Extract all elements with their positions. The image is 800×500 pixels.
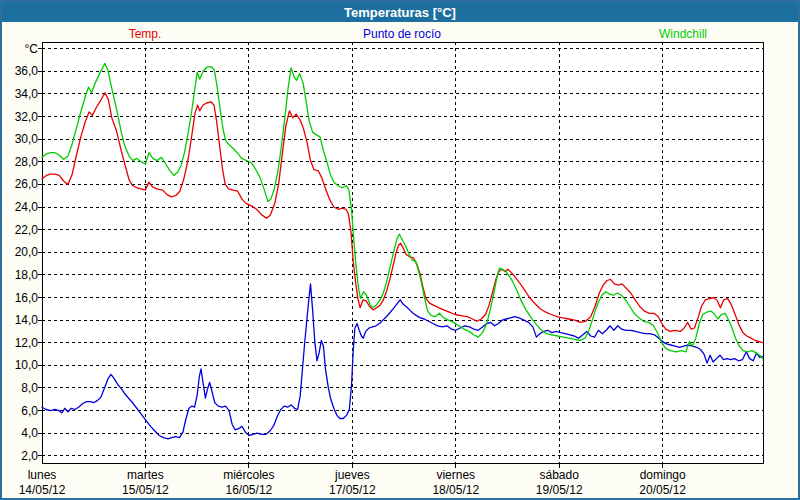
y-tick-label: 36,0 bbox=[15, 64, 39, 78]
x-day-name-label: lunes bbox=[28, 468, 57, 482]
y-tick-label: 4,0 bbox=[21, 426, 38, 440]
y-tick-label: 12,0 bbox=[15, 336, 39, 350]
temperature-chart: 2,04,06,08,010,012,014,016,018,020,022,0… bbox=[2, 2, 800, 500]
x-day-name-label: sábado bbox=[540, 468, 580, 482]
x-day-name-label: martes bbox=[127, 468, 164, 482]
y-tick-label: 18,0 bbox=[15, 268, 39, 282]
x-day-date-label: 16/05/12 bbox=[226, 483, 273, 497]
y-tick-label: 14,0 bbox=[15, 313, 39, 327]
x-day-date-label: 14/05/12 bbox=[19, 483, 66, 497]
y-tick-label: 26,0 bbox=[15, 177, 39, 191]
y-tick-label: 34,0 bbox=[15, 87, 39, 101]
x-day-date-label: 19/05/12 bbox=[536, 483, 583, 497]
x-day-name-label: jueves bbox=[334, 468, 370, 482]
x-day-date-label: 18/05/12 bbox=[432, 483, 479, 497]
x-day-date-label: 20/05/12 bbox=[639, 483, 686, 497]
y-tick-label: 2,0 bbox=[21, 449, 38, 463]
y-tick-label: 20,0 bbox=[15, 245, 39, 259]
x-day-name-label: viernes bbox=[436, 468, 475, 482]
y-tick-label: 8,0 bbox=[21, 381, 38, 395]
y-tick-label: 32,0 bbox=[15, 110, 39, 124]
y-tick-label: 6,0 bbox=[21, 404, 38, 418]
x-day-date-label: 15/05/12 bbox=[122, 483, 169, 497]
y-tick-label: 16,0 bbox=[15, 291, 39, 305]
x-day-name-label: domingo bbox=[640, 468, 686, 482]
y-tick-label: 24,0 bbox=[15, 200, 39, 214]
y-tick-label: 22,0 bbox=[15, 223, 39, 237]
x-day-date-label: 17/05/12 bbox=[329, 483, 376, 497]
y-tick-label: 30,0 bbox=[15, 132, 39, 146]
weather-chart-window: Temperaturas [°C] Temp. Punto de rocío W… bbox=[0, 0, 800, 500]
y-tick-label: 10,0 bbox=[15, 358, 39, 372]
x-day-name-label: miércoles bbox=[223, 468, 274, 482]
y-axis-unit-label: °C bbox=[25, 42, 39, 56]
y-tick-label: 28,0 bbox=[15, 155, 39, 169]
